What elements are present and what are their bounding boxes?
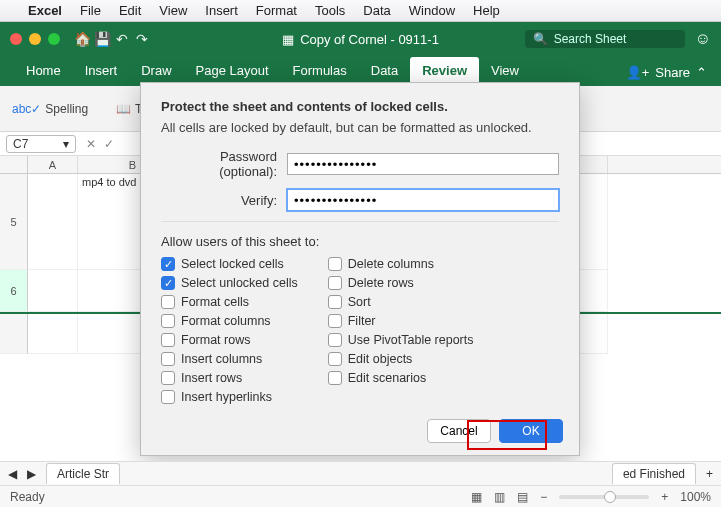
menu-file[interactable]: File: [80, 3, 101, 18]
view-normal-icon[interactable]: ▦: [471, 490, 482, 504]
sheet-tab[interactable]: Article Str: [46, 463, 120, 484]
permission-checkbox[interactable]: ✓Select unlocked cells: [161, 276, 298, 290]
enter-formula-icon[interactable]: ✓: [100, 137, 118, 151]
checkbox-icon: [328, 371, 342, 385]
search-sheet[interactable]: 🔍 Search Sheet: [525, 30, 685, 48]
prev-sheet-icon[interactable]: ◀: [8, 467, 17, 481]
name-box[interactable]: C7▾: [6, 135, 76, 153]
permission-checkbox[interactable]: Filter: [328, 314, 474, 328]
permission-label: Select unlocked cells: [181, 276, 298, 290]
checkbox-icon: [328, 295, 342, 309]
permission-label: Filter: [348, 314, 376, 328]
cancel-button[interactable]: Cancel: [427, 419, 491, 443]
view-page-icon[interactable]: ▥: [494, 490, 505, 504]
permission-checkbox[interactable]: Delete columns: [328, 257, 474, 271]
menu-format[interactable]: Format: [256, 3, 297, 18]
traffic-lights[interactable]: [10, 33, 60, 45]
zoom-slider[interactable]: [559, 495, 649, 499]
verify-input[interactable]: [287, 189, 559, 211]
zoom-icon[interactable]: [48, 33, 60, 45]
share-button[interactable]: 👤+ Share: [626, 65, 690, 86]
sheet-tab-bar: ◀ ▶ Article Str ed Finished +: [0, 461, 721, 485]
permission-checkbox[interactable]: Insert rows: [161, 371, 298, 385]
permission-label: Use PivotTable reports: [348, 333, 474, 347]
permission-label: Format rows: [181, 333, 250, 347]
password-label: Password (optional):: [161, 149, 277, 179]
permission-checkbox[interactable]: Sort: [328, 295, 474, 309]
spelling-button[interactable]: abc✓Spelling: [12, 102, 88, 116]
feedback-icon[interactable]: ☺: [695, 30, 711, 48]
window-titlebar: 🏠 💾 ↶ ↷ ▦ Copy of Cornel - 0911-1 🔍 Sear…: [0, 22, 721, 56]
row-header-6[interactable]: 6: [0, 270, 28, 312]
zoom-in-icon[interactable]: +: [661, 490, 668, 504]
dialog-title: Protect the sheet and contents of locked…: [161, 99, 559, 114]
tab-home[interactable]: Home: [14, 57, 73, 86]
cell[interactable]: [28, 314, 78, 354]
app-name[interactable]: Excel: [28, 3, 62, 18]
permission-checkbox[interactable]: ✓Select locked cells: [161, 257, 298, 271]
permission-checkbox[interactable]: Edit objects: [328, 352, 474, 366]
zoom-out-icon[interactable]: −: [540, 490, 547, 504]
menu-view[interactable]: View: [159, 3, 187, 18]
menu-help[interactable]: Help: [473, 3, 500, 18]
ok-button[interactable]: OK: [499, 419, 563, 443]
cancel-formula-icon[interactable]: ✕: [82, 137, 100, 151]
permission-checkbox[interactable]: Insert hyperlinks: [161, 390, 298, 404]
permission-label: Format cells: [181, 295, 249, 309]
permission-checkbox[interactable]: Use PivotTable reports: [328, 333, 474, 347]
document-title: ▦ Copy of Cornel - 0911-1: [282, 32, 439, 47]
permission-label: Edit objects: [348, 352, 413, 366]
checkbox-icon: [161, 371, 175, 385]
minimize-icon[interactable]: [29, 33, 41, 45]
checkbox-icon: [328, 333, 342, 347]
checkbox-icon: [161, 333, 175, 347]
menu-window[interactable]: Window: [409, 3, 455, 18]
checkbox-icon: [328, 314, 342, 328]
cell[interactable]: [28, 174, 78, 270]
menu-tools[interactable]: Tools: [315, 3, 345, 18]
permission-label: Sort: [348, 295, 371, 309]
row-header-5[interactable]: 5: [0, 174, 28, 270]
home-icon[interactable]: 🏠: [72, 31, 92, 47]
checkbox-icon: [161, 314, 175, 328]
menu-insert[interactable]: Insert: [205, 3, 238, 18]
permission-label: Delete rows: [348, 276, 414, 290]
permission-checkbox[interactable]: Format columns: [161, 314, 298, 328]
permission-checkbox[interactable]: Format rows: [161, 333, 298, 347]
permission-label: Insert rows: [181, 371, 242, 385]
checkbox-icon: [328, 352, 342, 366]
verify-label: Verify:: [161, 193, 277, 208]
checkbox-icon: [328, 276, 342, 290]
permission-checkbox[interactable]: Format cells: [161, 295, 298, 309]
permission-checkbox[interactable]: Delete rows: [328, 276, 474, 290]
status-bar: Ready ▦ ▥ ▤ − + 100%: [0, 485, 721, 507]
menu-edit[interactable]: Edit: [119, 3, 141, 18]
doc-name-text: Copy of Cornel - 0911-1: [300, 32, 439, 47]
next-sheet-icon[interactable]: ▶: [27, 467, 36, 481]
col-header-a[interactable]: A: [28, 156, 78, 173]
select-all-corner[interactable]: [0, 156, 28, 173]
menu-data[interactable]: Data: [363, 3, 390, 18]
view-break-icon[interactable]: ▤: [517, 490, 528, 504]
permission-label: Insert columns: [181, 352, 262, 366]
permission-label: Delete columns: [348, 257, 434, 271]
undo-icon[interactable]: ↶: [112, 31, 132, 47]
sheet-tab[interactable]: ed Finished: [612, 463, 696, 484]
close-icon[interactable]: [10, 33, 22, 45]
checkbox-icon: [161, 390, 175, 404]
cell[interactable]: [28, 270, 78, 312]
dialog-subtitle: All cells are locked by default, but can…: [161, 120, 559, 135]
add-sheet-button[interactable]: +: [706, 467, 713, 481]
row-header-7[interactable]: [0, 314, 28, 354]
permission-label: Select locked cells: [181, 257, 284, 271]
collapse-ribbon-icon[interactable]: ⌃: [690, 65, 707, 86]
permission-checkbox[interactable]: Insert columns: [161, 352, 298, 366]
password-input[interactable]: [287, 153, 559, 175]
redo-icon[interactable]: ↷: [132, 31, 152, 47]
checkbox-icon: [328, 257, 342, 271]
tab-insert[interactable]: Insert: [73, 57, 130, 86]
save-icon[interactable]: 💾: [92, 31, 112, 47]
zoom-level[interactable]: 100%: [680, 490, 711, 504]
permission-checkbox[interactable]: Edit scenarios: [328, 371, 474, 385]
chevron-down-icon[interactable]: ▾: [63, 137, 69, 151]
